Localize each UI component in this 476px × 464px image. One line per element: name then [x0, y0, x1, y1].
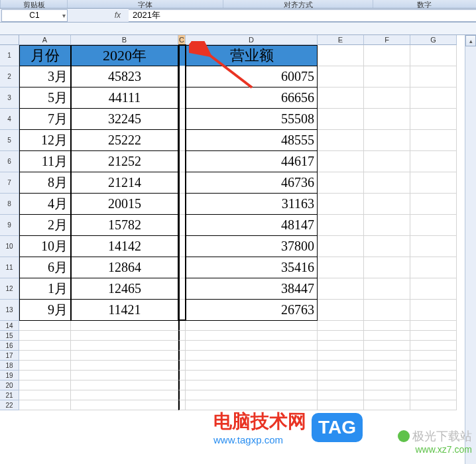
cell[interactable]: [410, 87, 457, 109]
cell[interactable]: 32245: [71, 109, 178, 130]
cell[interactable]: [186, 331, 318, 341]
col-header-E[interactable]: E: [318, 35, 364, 45]
cell[interactable]: [178, 109, 186, 130]
cell[interactable]: 11月: [19, 151, 71, 172]
cell[interactable]: [410, 194, 457, 215]
cell[interactable]: [410, 257, 457, 278]
cell[interactable]: 44617: [186, 151, 318, 172]
cell[interactable]: [410, 351, 457, 361]
cell[interactable]: 8月: [19, 172, 71, 194]
cell[interactable]: [186, 351, 318, 361]
cell[interactable]: 月份: [19, 45, 71, 66]
cell[interactable]: [364, 194, 410, 215]
cell[interactable]: [71, 321, 178, 331]
cell[interactable]: [410, 331, 457, 341]
cell[interactable]: [19, 351, 71, 361]
ribbon-group-clipboard[interactable]: 剪贴板: [0, 0, 67, 8]
cell[interactable]: [71, 371, 178, 380]
cell[interactable]: [318, 194, 364, 215]
cell[interactable]: [178, 331, 186, 341]
cell[interactable]: 46736: [186, 172, 318, 194]
cell[interactable]: 66656: [186, 87, 318, 109]
cell[interactable]: [364, 87, 410, 109]
cell[interactable]: 9月: [19, 300, 71, 321]
cell[interactable]: [318, 87, 364, 109]
cell[interactable]: [178, 351, 186, 361]
cell[interactable]: 12465: [71, 278, 178, 300]
cell[interactable]: 11421: [71, 300, 178, 321]
cell[interactable]: 31163: [186, 194, 318, 215]
cell[interactable]: [410, 400, 457, 410]
cell[interactable]: [71, 341, 178, 351]
cell[interactable]: 21252: [71, 151, 178, 172]
vertical-scrollbar[interactable]: ▴: [465, 35, 476, 464]
row-header[interactable]: 17: [0, 351, 19, 361]
cell[interactable]: [19, 321, 71, 331]
cell[interactable]: [364, 361, 410, 371]
name-box[interactable]: C1 ▾: [1, 9, 68, 22]
cell[interactable]: [178, 215, 186, 236]
cell[interactable]: [186, 371, 318, 380]
cell[interactable]: [19, 331, 71, 341]
cell[interactable]: [364, 341, 410, 351]
row-header[interactable]: 21: [0, 390, 19, 400]
cell[interactable]: 营业额: [186, 45, 318, 66]
cell[interactable]: [318, 278, 364, 300]
cell[interactable]: [364, 45, 410, 66]
row-header[interactable]: 20: [0, 380, 19, 390]
cell[interactable]: [71, 351, 178, 361]
cell[interactable]: 26763: [186, 300, 318, 321]
cell[interactable]: [186, 390, 318, 400]
row-header[interactable]: 2: [0, 66, 19, 87]
cell[interactable]: [318, 341, 364, 351]
cell[interactable]: [410, 66, 457, 87]
col-header-F[interactable]: F: [364, 35, 410, 45]
cell[interactable]: [364, 130, 410, 151]
cell[interactable]: [71, 331, 178, 341]
row-header[interactable]: 22: [0, 400, 19, 410]
cell[interactable]: [364, 236, 410, 257]
cell[interactable]: [364, 109, 410, 130]
cell[interactable]: 12月: [19, 130, 71, 151]
cell[interactable]: 7月: [19, 109, 71, 130]
select-all-corner[interactable]: [0, 35, 19, 45]
cell[interactable]: [19, 371, 71, 380]
row-header[interactable]: 10: [0, 236, 19, 257]
scroll-up-icon[interactable]: ▴: [465, 35, 476, 46]
cell[interactable]: [178, 300, 186, 321]
cell[interactable]: [178, 390, 186, 400]
ribbon-group-number[interactable]: 数字: [373, 0, 475, 8]
cell[interactable]: [410, 109, 457, 130]
cell[interactable]: [364, 400, 410, 410]
cell[interactable]: [364, 257, 410, 278]
cell[interactable]: [410, 361, 457, 371]
cell[interactable]: [410, 380, 457, 390]
cell[interactable]: [19, 341, 71, 351]
cell[interactable]: [178, 87, 186, 109]
cell[interactable]: [19, 400, 71, 410]
cell[interactable]: [364, 215, 410, 236]
cell[interactable]: [318, 371, 364, 380]
fx-icon[interactable]: fx: [115, 11, 121, 20]
col-header-B[interactable]: B: [71, 35, 178, 45]
cell[interactable]: [318, 66, 364, 87]
cell[interactable]: [364, 151, 410, 172]
cell[interactable]: [410, 172, 457, 194]
col-header-C[interactable]: C: [178, 35, 186, 45]
cell[interactable]: 6月: [19, 257, 71, 278]
cell[interactable]: [178, 321, 186, 331]
row-header[interactable]: 14: [0, 321, 19, 331]
ribbon-group-font[interactable]: 字体: [67, 0, 223, 8]
cell[interactable]: [19, 390, 71, 400]
cell[interactable]: [71, 390, 178, 400]
cell[interactable]: [186, 321, 318, 331]
row-header[interactable]: 11: [0, 257, 19, 278]
data-area[interactable]: 月份2020年营业额3月45823600755月44111666567月3224…: [19, 45, 476, 410]
cell[interactable]: [318, 45, 364, 66]
cell[interactable]: [178, 257, 186, 278]
cell[interactable]: [178, 66, 186, 87]
cell[interactable]: 20015: [71, 194, 178, 215]
cell[interactable]: [410, 130, 457, 151]
cell[interactable]: [364, 380, 410, 390]
cell[interactable]: [364, 371, 410, 380]
